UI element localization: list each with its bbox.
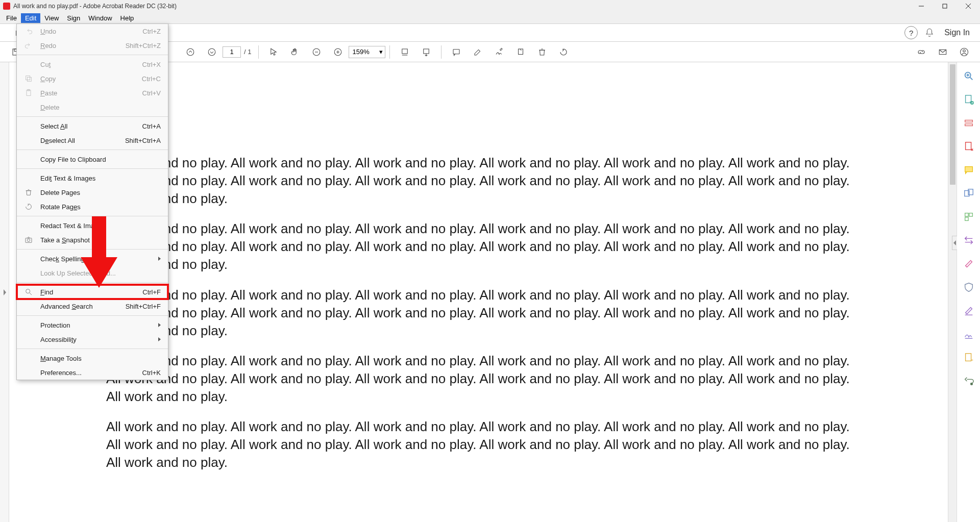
export-pdf-icon[interactable] (963, 94, 974, 105)
svg-rect-15 (453, 49, 459, 54)
page-down-button[interactable] (203, 43, 220, 61)
svg-rect-36 (965, 354, 971, 361)
fit-width-button[interactable] (396, 43, 413, 61)
menu-item-label: Copy File to Clipboard (40, 156, 106, 163)
page-number-input[interactable] (223, 46, 241, 58)
nav-panel-toggle[interactable] (0, 62, 9, 522)
zoom-select[interactable]: 159%▾ (349, 46, 385, 58)
menu-separator (17, 216, 168, 216)
menu-item-redact-text-images[interactable]: Redact Text & Images (17, 218, 168, 233)
menu-item-advanced-search[interactable]: Advanced SearchShift+Ctrl+F (17, 299, 168, 313)
menu-item-label: Select All (40, 122, 67, 130)
compress-pdf-icon[interactable] (963, 235, 974, 246)
menu-item-accessibility[interactable]: Accessibility (17, 332, 168, 346)
vertical-scrollbar[interactable] (948, 62, 957, 522)
acrobat-app-icon (3, 3, 10, 10)
menu-sign[interactable]: Sign (63, 13, 84, 23)
convert-pdf-icon[interactable] (963, 352, 974, 363)
fill-sign-icon[interactable] (963, 305, 974, 316)
menu-item-manage-tools[interactable]: Manage Tools (17, 351, 168, 365)
more-tools-icon[interactable] (963, 376, 974, 387)
edit-pdf-icon[interactable] (963, 117, 974, 129)
paragraph: All work and no play. All work and no pl… (106, 286, 851, 340)
comment-button[interactable] (448, 43, 465, 61)
menu-item-label: Protection (40, 321, 70, 329)
menu-item-check-spelling[interactable]: Check Spelling (17, 252, 168, 266)
menu-view[interactable]: View (40, 13, 63, 23)
menu-item-shortcut: Ctrl+C (142, 75, 161, 83)
menu-item-delete-pages[interactable]: Delete Pages (17, 185, 168, 200)
menu-item-label: Manage Tools (40, 355, 82, 362)
signin-link[interactable]: Sign In (944, 28, 970, 37)
menu-item-shortcut: Ctrl+V (142, 89, 161, 97)
svg-point-19 (963, 49, 966, 52)
menu-item-shortcut: Shift+Ctrl+A (125, 137, 161, 144)
link-button[interactable] (913, 43, 930, 61)
paragraph: All work and no play. All work and no pl… (106, 352, 851, 406)
organize-pages-icon[interactable] (963, 211, 974, 222)
delete-button[interactable] (533, 43, 551, 61)
menu-item-shortcut: Ctrl+A (142, 122, 161, 130)
menu-item-preferences[interactable]: Preferences...Ctrl+K (17, 365, 168, 380)
search-tool-icon[interactable] (963, 70, 974, 82)
protect-tool-icon[interactable] (963, 282, 974, 293)
menu-item-cut: CutCtrl+X (17, 57, 168, 71)
close-button[interactable] (957, 0, 980, 12)
highlight-button[interactable] (469, 43, 486, 61)
help-icon[interactable]: ? (904, 26, 918, 39)
minimize-button[interactable] (910, 0, 933, 12)
scrollbar-thumb[interactable] (950, 64, 955, 185)
zoom-in-button[interactable] (329, 43, 347, 61)
collapse-panel-button[interactable] (952, 236, 957, 250)
account-button[interactable] (955, 43, 973, 61)
menu-item-redo: RedoShift+Ctrl+Z (17, 38, 168, 53)
menu-item-label: Find (40, 288, 53, 296)
fit-page-button[interactable] (418, 43, 435, 61)
rotate-button[interactable] (555, 43, 572, 61)
menu-item-copy-file-to-clipboard[interactable]: Copy File to Clipboard (17, 152, 168, 166)
comment-tool-icon[interactable] (963, 164, 974, 176)
menu-item-shortcut: Ctrl+F (142, 288, 161, 296)
submenu-arrow-icon (158, 323, 161, 327)
menu-item-label: Check Spelling (40, 255, 85, 263)
menu-help[interactable]: Help (116, 13, 138, 23)
create-pdf-icon[interactable] (963, 141, 974, 152)
sign-button[interactable] (491, 43, 508, 61)
menu-item-find[interactable]: FindCtrl+F (17, 285, 168, 299)
menu-item-select-all[interactable]: Select AllCtrl+A (17, 119, 168, 133)
menu-file[interactable]: File (2, 13, 21, 23)
svg-rect-13 (402, 49, 408, 54)
svg-rect-39 (26, 76, 30, 80)
menu-item-label: Deselect All (40, 137, 75, 144)
right-tools-panel (957, 62, 980, 522)
hand-tool[interactable] (286, 43, 304, 61)
send-for-signature-icon[interactable] (963, 329, 974, 340)
menu-window[interactable]: Window (84, 13, 116, 23)
svg-rect-29 (965, 167, 972, 172)
zoom-out-button[interactable] (308, 43, 325, 61)
submenu-arrow-icon (158, 257, 161, 261)
menu-item-edit-text-images[interactable]: Edit Text & Images (17, 171, 168, 185)
menu-item-take-a-snapshot[interactable]: Take a Snapshot (17, 233, 168, 247)
window-controls (910, 0, 980, 12)
menu-edit[interactable]: Edit (21, 13, 40, 23)
menu-item-deselect-all[interactable]: Deselect AllShift+Ctrl+A (17, 133, 168, 147)
combine-files-icon[interactable] (963, 188, 974, 199)
maximize-button[interactable] (933, 0, 957, 12)
email-button[interactable] (934, 43, 951, 61)
title-bar: All work and no play.pdf - Adobe Acrobat… (0, 0, 980, 12)
redact-tool-icon[interactable] (963, 258, 974, 269)
svg-rect-26 (965, 120, 972, 122)
menu-item-rotate-pages[interactable]: Rotate Pages (17, 200, 168, 214)
paragraph: All work and no play. All work and no pl… (106, 154, 851, 208)
selection-tool[interactable] (265, 43, 282, 61)
stamp-button[interactable] (512, 43, 529, 61)
page-up-button[interactable] (182, 43, 199, 61)
chevron-down-icon: ▾ (379, 48, 383, 56)
notifications-icon[interactable] (924, 27, 935, 38)
menu-item-protection[interactable]: Protection (17, 318, 168, 332)
menu-item-delete: Delete (17, 100, 168, 114)
menu-item-shortcut: Shift+Ctrl+F (126, 303, 161, 310)
svg-rect-33 (969, 213, 972, 216)
menu-separator (17, 116, 168, 117)
